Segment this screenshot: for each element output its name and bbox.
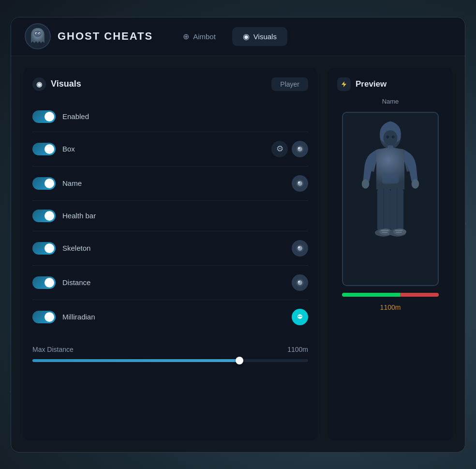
- settings-list: Enabled Box ⚙: [32, 102, 308, 334]
- svg-point-13: [298, 246, 300, 248]
- setting-name: Name: [32, 166, 308, 201]
- svg-point-30: [362, 179, 370, 188]
- svg-point-12: [298, 246, 302, 251]
- tab-visuals-label: Visuals: [253, 32, 277, 41]
- distance-color-icon[interactable]: [292, 274, 308, 291]
- svg-point-39: [393, 228, 406, 235]
- svg-point-6: [298, 147, 302, 151]
- skeleton-color-icon[interactable]: [292, 240, 308, 257]
- slider-section: Max Distance 1100m: [32, 346, 308, 362]
- header: GHOST CHEATS ⊕ Aimbot ◉ Visuals: [11, 17, 465, 56]
- distance-actions: [292, 274, 308, 291]
- setting-milliradian: Milliradian: [32, 300, 308, 334]
- toggle-knob-skeleton: [45, 243, 54, 253]
- toggle-knob-healthbar: [45, 211, 54, 221]
- svg-point-4: [39, 33, 40, 34]
- svg-point-15: [298, 280, 302, 285]
- svg-point-25: [383, 130, 397, 145]
- name-color-icon[interactable]: [292, 175, 308, 192]
- toggle-name[interactable]: [32, 177, 56, 190]
- label-healthbar: Health bar: [62, 212, 308, 220]
- logo-icon: [29, 27, 47, 45]
- toggle-knob-box: [45, 144, 54, 154]
- svg-point-9: [298, 181, 302, 186]
- slider-fill: [32, 359, 239, 362]
- toggle-box[interactable]: [32, 143, 56, 155]
- svg-marker-23: [342, 81, 346, 87]
- main-window: GHOST CHEATS ⊕ Aimbot ◉ Visuals ◉ Visual…: [11, 17, 465, 453]
- svg-point-19: [298, 316, 300, 317]
- label-enabled: Enabled: [62, 112, 308, 121]
- visuals-icon: ◉: [243, 32, 250, 41]
- milliradian-actions: [292, 309, 308, 325]
- panel-header: ◉ Visuals Player: [32, 77, 308, 91]
- color-picker-svg2: [296, 179, 304, 188]
- brand-name: GHOST CHEATS: [58, 30, 153, 43]
- slider-thumb[interactable]: [236, 357, 243, 364]
- setting-healthbar: Health bar: [32, 201, 308, 231]
- svg-point-31: [412, 179, 419, 188]
- aimbot-icon: ⊕: [183, 32, 189, 41]
- panel-title: ◉ Visuals: [32, 77, 81, 91]
- toggle-skeleton[interactable]: [32, 242, 56, 255]
- health-bar: [342, 293, 439, 297]
- setting-enabled: Enabled: [32, 102, 308, 132]
- label-box: Box: [62, 145, 265, 153]
- right-panel: Preview Name: [327, 68, 453, 440]
- svg-point-16: [298, 281, 300, 283]
- lightning-svg: [340, 80, 348, 88]
- nav-tabs: ⊕ Aimbot ◉ Visuals: [172, 27, 287, 46]
- toggle-healthbar[interactable]: [32, 210, 56, 222]
- color-picker-svg4: [296, 278, 304, 287]
- svg-point-10: [298, 182, 300, 183]
- toggle-milliradian[interactable]: [32, 311, 56, 323]
- setting-skeleton: Skeleton: [32, 231, 308, 266]
- toggle-knob-enabled: [45, 112, 54, 121]
- color-picker-svg3: [296, 244, 304, 253]
- svg-point-26: [386, 135, 389, 138]
- category-badge[interactable]: Player: [271, 77, 308, 91]
- setting-box: Box ⚙: [32, 132, 308, 166]
- label-name: Name: [62, 179, 285, 187]
- slider-value: 1100m: [287, 346, 308, 353]
- box-gear-icon[interactable]: ⚙: [271, 141, 288, 157]
- label-skeleton: Skeleton: [62, 244, 285, 252]
- preview-lightning-icon: [337, 77, 351, 91]
- tab-aimbot-label: Aimbot: [193, 32, 216, 41]
- milliradian-color-icon[interactable]: [292, 309, 308, 325]
- svg-rect-29: [382, 173, 399, 183]
- box-actions: ⚙: [271, 141, 308, 157]
- character-preview-svg: [352, 119, 429, 279]
- content-area: ◉ Visuals Player Enabled: [11, 56, 465, 452]
- svg-point-7: [298, 147, 300, 149]
- slider-label: Max Distance: [32, 346, 74, 353]
- toggle-knob-distance: [45, 278, 54, 287]
- label-distance: Distance: [62, 278, 285, 287]
- svg-point-27: [392, 135, 395, 138]
- tab-aimbot[interactable]: ⊕ Aimbot: [172, 27, 226, 46]
- slider-track[interactable]: [32, 359, 308, 362]
- toggle-knob-milliradian: [45, 312, 54, 322]
- skeleton-actions: [292, 240, 308, 257]
- preview-header: Preview: [337, 77, 387, 91]
- preview-name-label: Name: [382, 98, 399, 105]
- label-milliradian: Milliradian: [62, 313, 285, 321]
- logo-circle: [25, 23, 51, 49]
- setting-distance: Distance: [32, 266, 308, 300]
- toggle-knob-name: [45, 179, 54, 188]
- box-color-icon[interactable]: [292, 141, 308, 157]
- svg-point-3: [36, 33, 37, 34]
- color-picker-svg: [296, 145, 304, 153]
- slider-header: Max Distance 1100m: [32, 346, 308, 353]
- tab-visuals[interactable]: ◉ Visuals: [232, 27, 287, 46]
- distance-display: 1100m: [380, 303, 401, 311]
- svg-point-0: [34, 30, 42, 37]
- svg-point-18: [298, 314, 302, 318]
- toggle-distance[interactable]: [32, 276, 56, 289]
- panel-title-text: Visuals: [51, 79, 81, 89]
- logo-container: GHOST CHEATS: [25, 23, 153, 49]
- preview-title: Preview: [356, 79, 387, 89]
- name-actions: [292, 175, 308, 192]
- svg-point-20: [300, 316, 302, 317]
- toggle-enabled[interactable]: [32, 110, 56, 123]
